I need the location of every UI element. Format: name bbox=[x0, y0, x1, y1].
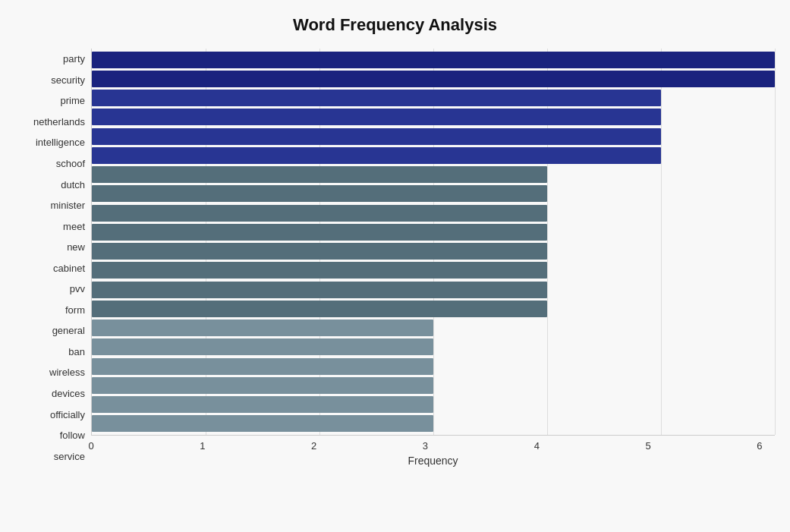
x-axis-labels: 0123456 bbox=[91, 440, 775, 452]
chart-area: partysecurityprimenetherlandsintelligenc… bbox=[15, 49, 775, 467]
bar bbox=[92, 415, 433, 432]
chart-title: Word Frequency Analysis bbox=[15, 15, 775, 35]
x-tick-label: 1 bbox=[187, 440, 218, 452]
x-tick-label: 0 bbox=[76, 440, 106, 452]
bar-row bbox=[92, 242, 775, 260]
y-label: minister bbox=[50, 196, 85, 216]
bars-section bbox=[91, 49, 775, 436]
y-label: devices bbox=[52, 384, 85, 404]
y-label: ban bbox=[68, 342, 85, 361]
y-axis-labels: partysecurityprimenetherlandsintelligenc… bbox=[15, 49, 91, 467]
bar bbox=[92, 301, 547, 317]
bar-row bbox=[92, 89, 775, 107]
x-tick-label: 2 bbox=[299, 440, 329, 452]
bar bbox=[92, 224, 547, 241]
bar-row bbox=[92, 395, 775, 414]
y-label: new bbox=[67, 238, 85, 257]
y-label: meet bbox=[63, 216, 85, 236]
x-tick-label: 6 bbox=[744, 440, 775, 452]
y-label: party bbox=[63, 49, 85, 69]
bar bbox=[92, 109, 661, 125]
y-label: dutch bbox=[61, 175, 85, 194]
bar-row bbox=[92, 281, 775, 299]
bar bbox=[92, 166, 547, 183]
y-label: pvv bbox=[70, 279, 85, 299]
y-label: officially bbox=[50, 405, 85, 424]
bar-row bbox=[92, 338, 775, 356]
bar-row bbox=[92, 414, 775, 433]
bar-row bbox=[92, 376, 775, 395]
bars-wrapper bbox=[92, 49, 775, 435]
y-label: cabinet bbox=[53, 258, 85, 278]
grid-line bbox=[775, 49, 776, 435]
x-tick-label: 4 bbox=[521, 440, 552, 452]
bar-row bbox=[92, 70, 775, 88]
bar-row bbox=[92, 300, 775, 318]
bar-row bbox=[92, 184, 775, 203]
bar bbox=[92, 358, 433, 375]
y-label: netherlands bbox=[33, 112, 85, 131]
bar-row bbox=[92, 108, 775, 126]
y-label: form bbox=[65, 300, 85, 320]
bar bbox=[92, 243, 547, 260]
y-label: prime bbox=[60, 91, 85, 111]
y-label: wireless bbox=[49, 363, 85, 382]
bar-row bbox=[92, 51, 775, 69]
bar bbox=[92, 147, 661, 164]
bar bbox=[92, 377, 433, 394]
x-axis-title: Frequency bbox=[91, 455, 775, 467]
bar bbox=[92, 282, 547, 298]
y-label: general bbox=[52, 321, 85, 341]
bar-row bbox=[92, 127, 775, 146]
bar-row bbox=[92, 146, 775, 165]
bar bbox=[92, 262, 547, 279]
bar-row bbox=[92, 357, 775, 376]
bar-row bbox=[92, 223, 775, 241]
x-tick-label: 5 bbox=[633, 440, 663, 452]
bar bbox=[92, 185, 547, 202]
bar-row bbox=[92, 319, 775, 337]
bar bbox=[92, 52, 775, 68]
bar bbox=[92, 320, 433, 336]
bar bbox=[92, 90, 661, 106]
chart-container: Word Frequency Analysis partysecuritypri… bbox=[0, 0, 790, 532]
x-tick-label: 3 bbox=[410, 440, 440, 452]
bar bbox=[92, 128, 661, 145]
y-label: intelligence bbox=[36, 133, 85, 153]
bar-row bbox=[92, 165, 775, 184]
bar bbox=[92, 71, 775, 87]
bar bbox=[92, 396, 433, 413]
y-label: schoof bbox=[56, 154, 85, 174]
y-label: security bbox=[51, 70, 85, 90]
bar-row bbox=[92, 261, 775, 279]
bar bbox=[92, 205, 547, 222]
bar-row bbox=[92, 204, 775, 222]
bar bbox=[92, 338, 433, 355]
